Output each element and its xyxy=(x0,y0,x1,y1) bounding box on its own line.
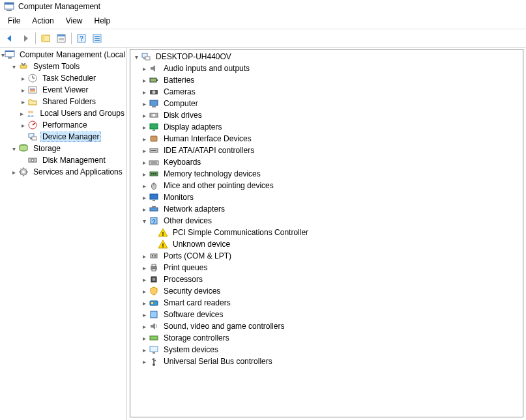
tree-device-manager[interactable]: ▸ Device Manager xyxy=(0,131,126,143)
console-tree-pane[interactable]: ▾ Computer Management (Local ▾ System To… xyxy=(0,48,127,420)
device-category[interactable]: ▸ IDE ATA/ATAPI controllers xyxy=(130,145,523,156)
expander-icon[interactable]: ▸ xyxy=(139,264,149,272)
ide-icon xyxy=(149,145,159,156)
expander-icon[interactable]: ▸ xyxy=(139,159,149,166)
mouse-icon xyxy=(149,180,159,191)
device-category[interactable]: ▸ Storage controllers xyxy=(130,332,523,344)
svg-text:?: ? xyxy=(152,218,155,225)
expander-icon[interactable]: ▾ xyxy=(9,63,18,70)
device-category[interactable]: ▸ Universal Serial Bus controllers xyxy=(130,356,523,367)
forward-button[interactable] xyxy=(18,31,33,46)
expander-icon[interactable]: ▸ xyxy=(139,206,149,213)
tree-storage[interactable]: ▾ Storage xyxy=(0,143,126,154)
expander-icon[interactable]: ▾ xyxy=(9,145,18,152)
expander-icon[interactable]: ▸ xyxy=(139,124,149,131)
device-category[interactable]: ▸ Security devices xyxy=(130,285,523,297)
expander-icon[interactable]: ▸ xyxy=(139,323,149,330)
menu-help[interactable]: Help xyxy=(89,15,116,27)
show-hide-tree-button[interactable] xyxy=(38,31,53,46)
device-category[interactable]: ▸ Sound, video and game controllers xyxy=(130,320,523,332)
device-category[interactable]: ▸ Monitors xyxy=(130,191,523,203)
tree-disk-management[interactable]: ▸ Disk Management xyxy=(0,154,126,166)
tree-performance[interactable]: ▸ Performance xyxy=(0,119,126,131)
expander-icon[interactable]: ▸ xyxy=(139,288,149,295)
device-category[interactable]: ▸ Disk drives xyxy=(130,109,523,121)
device-root[interactable]: ▾ DESKTOP-UH440OV xyxy=(130,51,523,63)
expander-icon[interactable]: ▸ xyxy=(139,335,149,342)
tree-system-tools[interactable]: ▾ System Tools xyxy=(0,61,126,72)
device-category[interactable]: ▸ Processors xyxy=(130,273,523,285)
menu-action[interactable]: Action xyxy=(27,15,59,27)
expander-icon[interactable]: ▸ xyxy=(18,122,27,129)
refresh-button[interactable] xyxy=(90,31,104,46)
device-category[interactable]: ▸ Display adapters xyxy=(130,121,523,133)
tree-local-users[interactable]: ▸ Local Users and Groups xyxy=(0,107,126,119)
device-category[interactable]: ▸ Memory technology devices xyxy=(130,168,523,180)
menu-file[interactable]: File xyxy=(3,15,25,27)
expander-icon[interactable]: ▸ xyxy=(139,253,149,260)
expander-icon[interactable]: ▸ xyxy=(9,169,18,176)
expander-icon[interactable]: ▸ xyxy=(18,87,27,94)
device-category[interactable]: ▸ Ports (COM & LPT) xyxy=(130,250,523,262)
tree-root[interactable]: ▾ Computer Management (Local xyxy=(0,49,126,61)
svg-rect-46 xyxy=(152,106,156,107)
device-category[interactable]: ▸ Batteries xyxy=(130,74,523,86)
tree-event-viewer[interactable]: ▸ Event Viewer xyxy=(0,84,126,96)
expander-icon[interactable]: ▸ xyxy=(139,194,149,201)
svg-rect-76 xyxy=(152,269,156,271)
svg-point-73 xyxy=(154,255,156,257)
tree-label: Processors xyxy=(162,274,205,285)
device-item[interactable]: ▸ ! Unknown device xyxy=(130,238,523,250)
device-category[interactable]: ▸ System devices xyxy=(130,344,523,356)
users-groups-icon xyxy=(25,108,36,119)
tree-shared-folders[interactable]: ▸ Shared Folders xyxy=(0,96,126,107)
help-button[interactable]: ? xyxy=(74,31,89,46)
properties-button[interactable] xyxy=(54,31,68,46)
svg-rect-31 xyxy=(32,137,37,140)
device-category[interactable]: ▸ Smart card readers xyxy=(130,297,523,309)
expander-icon[interactable]: ▸ xyxy=(139,65,149,72)
device-category[interactable]: ▸ Audio inputs and outputs xyxy=(130,63,523,74)
expander-icon[interactable]: ▾ xyxy=(139,217,149,225)
device-category[interactable]: ▸ Cameras xyxy=(130,86,523,98)
tree-label: Network adapters xyxy=(162,204,227,214)
expander-icon[interactable]: ▸ xyxy=(139,182,149,189)
expander-icon[interactable]: ▸ xyxy=(139,89,149,96)
tree-task-scheduler[interactable]: ▸ Task Scheduler xyxy=(0,72,126,84)
monitor-icon xyxy=(149,192,159,203)
expander-icon[interactable]: ▸ xyxy=(139,311,149,318)
expander-icon[interactable]: ▸ xyxy=(18,110,25,117)
display-icon xyxy=(149,122,159,132)
expander-icon[interactable]: ▸ xyxy=(139,300,149,307)
svg-point-48 xyxy=(153,114,155,117)
svg-rect-51 xyxy=(151,136,157,141)
tree-services-apps[interactable]: ▸ Services and Applications xyxy=(0,166,126,178)
expander-icon[interactable]: ▸ xyxy=(139,171,149,178)
expander-icon[interactable]: ▸ xyxy=(139,100,149,107)
device-category[interactable]: ▸ Mice and other pointing devices xyxy=(130,180,523,191)
expander-icon[interactable]: ▸ xyxy=(18,98,27,105)
device-item[interactable]: ▸ ! PCI Simple Communications Controller xyxy=(130,227,523,238)
device-category[interactable]: ▸ Human Interface Devices xyxy=(130,133,523,145)
expander-icon[interactable]: ▸ xyxy=(139,112,149,119)
expander-icon[interactable]: ▸ xyxy=(139,358,149,365)
expander-icon[interactable]: ▸ xyxy=(139,135,149,143)
expander-icon[interactable]: ▸ xyxy=(139,77,149,84)
device-category[interactable]: ▸ Computer xyxy=(130,98,523,109)
menu-view[interactable]: View xyxy=(61,15,88,27)
expander-icon[interactable]: ▸ xyxy=(18,75,27,82)
expander-icon[interactable]: ▾ xyxy=(132,53,141,61)
usb-icon xyxy=(149,356,159,367)
device-category[interactable]: ▸ Software devices xyxy=(130,309,523,320)
expander-icon[interactable]: ▸ xyxy=(139,276,149,283)
device-category[interactable]: ▸ Keyboards xyxy=(130,156,523,168)
svg-rect-40 xyxy=(143,58,145,59)
device-category[interactable]: ▸ Print queues xyxy=(130,262,523,273)
device-category[interactable]: ▾ ? Other devices xyxy=(130,215,523,227)
svg-rect-49 xyxy=(150,124,158,129)
back-button[interactable] xyxy=(3,31,17,46)
expander-icon[interactable]: ▸ xyxy=(139,346,149,354)
device-tree-pane[interactable]: ▾ DESKTOP-UH440OV ▸ Audio inputs and out… xyxy=(130,49,523,417)
expander-icon[interactable]: ▸ xyxy=(139,147,149,154)
device-category[interactable]: ▸ Network adapters xyxy=(130,203,523,215)
